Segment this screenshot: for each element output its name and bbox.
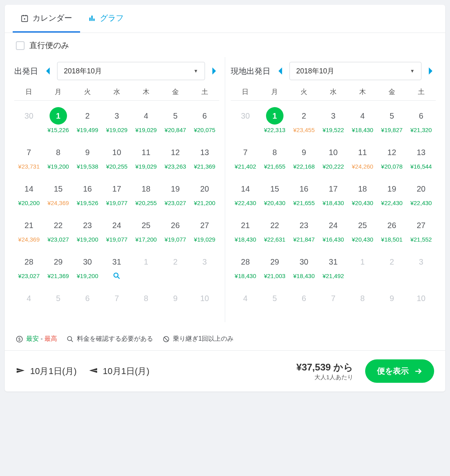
calendar-day[interactable]: 28¥23,027: [14, 249, 44, 286]
calendar-day[interactable]: 13¥16,544: [406, 140, 436, 176]
day-number: 27: [412, 217, 430, 234]
calendar-day: 7: [102, 286, 132, 322]
calendar-day[interactable]: 11¥24,260: [348, 140, 377, 176]
calendar-day[interactable]: 22¥23,027: [44, 213, 73, 249]
return-grid: 301¥22,3132¥23,4553¥19,5224¥18,4305¥19,8…: [231, 103, 436, 322]
calendar-day[interactable]: 17¥19,077: [102, 176, 132, 213]
calendar-day[interactable]: 31¥21,492: [319, 249, 348, 286]
calendar-day[interactable]: 24¥19,077: [102, 213, 132, 249]
day-price: ¥16,544: [407, 163, 435, 171]
calendar-day[interactable]: 16¥21,655: [289, 176, 319, 213]
calendar-day[interactable]: 19¥23,027: [161, 176, 190, 213]
departure-prev-month[interactable]: [43, 65, 54, 77]
calendar-day[interactable]: 8¥21,655: [260, 140, 289, 176]
day-number: 11: [354, 144, 371, 161]
calendar-day[interactable]: 18¥20,255: [131, 176, 161, 213]
calendar-day[interactable]: 21¥24,369: [14, 213, 44, 249]
calendar-day[interactable]: 2¥23,455: [289, 103, 319, 140]
calendar-day[interactable]: 5¥19,827: [377, 103, 406, 140]
checkbox-box: [16, 41, 25, 50]
calendar-day[interactable]: 20¥22,430: [406, 176, 436, 213]
footer-bar: 10月1日(月) 10月1日(月) ¥37,539 から 大人1人あたり 便を表…: [5, 351, 445, 392]
calendar-day[interactable]: 9¥19,538: [73, 140, 102, 176]
calendar-day[interactable]: 27¥19,029: [190, 213, 219, 249]
return-month-select[interactable]: 2018年10月 ▼: [289, 62, 421, 80]
calendar-day[interactable]: 19¥22,430: [377, 176, 406, 213]
calendar-day[interactable]: 25¥20,430: [348, 213, 377, 249]
calendar-day[interactable]: 4¥19,029: [131, 103, 161, 140]
day-price: ¥19,827: [378, 126, 406, 134]
calendar-day[interactable]: 15¥24,369: [44, 176, 73, 213]
calendar-day[interactable]: 10¥20,222: [319, 140, 348, 176]
calendar-day[interactable]: 30¥19,200: [73, 249, 102, 286]
calendar-day[interactable]: 14¥20,200: [14, 176, 44, 213]
calendar-day[interactable]: 11¥19,029: [131, 140, 161, 176]
calendar-day[interactable]: 6¥20,075: [190, 103, 219, 140]
day-price: ¥21,552: [407, 236, 435, 244]
day-number: 3: [196, 253, 213, 271]
calendar-day[interactable]: 7¥23,731: [14, 140, 44, 176]
calendar-day[interactable]: 24¥16,430: [319, 213, 348, 249]
day-price: ¥21,200: [191, 199, 218, 207]
calendar-day[interactable]: 5¥20,847: [161, 103, 190, 140]
calendar-day[interactable]: 14¥22,430: [231, 176, 260, 213]
day-number: 9: [383, 290, 400, 307]
calendar-day[interactable]: 1¥22,313: [260, 103, 289, 140]
calendar-day[interactable]: 13¥21,369: [190, 140, 219, 176]
day-number: 9: [295, 144, 313, 161]
calendar-day[interactable]: 15¥20,430: [260, 176, 289, 213]
calendar-day[interactable]: 23¥21,847: [289, 213, 319, 249]
calendar-day[interactable]: 17¥18,430: [319, 176, 348, 213]
calendar-day[interactable]: 22¥22,631: [260, 213, 289, 249]
calendar-day[interactable]: 28¥18,430: [231, 249, 260, 286]
day-number: 28: [237, 253, 254, 271]
calendar-day[interactable]: 2¥19,499: [73, 103, 102, 140]
direct-only-checkbox[interactable]: 直行便のみ: [16, 40, 434, 51]
day-price: ¥23,731: [15, 163, 43, 171]
calendar-day[interactable]: 23¥19,200: [73, 213, 102, 249]
calendar-day[interactable]: 31: [102, 249, 132, 286]
tab-calendar[interactable]: カレンダー: [13, 5, 80, 33]
return-prev-month[interactable]: [275, 65, 286, 77]
calendar-day[interactable]: 18¥20,430: [348, 176, 377, 213]
day-number: 21: [20, 217, 38, 234]
calendar-day[interactable]: 29¥21,003: [260, 249, 289, 286]
calendar-day[interactable]: 8¥19,200: [44, 140, 73, 176]
calendar-day[interactable]: 4¥18,430: [348, 103, 377, 140]
day-price: ¥19,077: [103, 199, 131, 207]
calendar-day[interactable]: 3¥19,029: [102, 103, 132, 140]
day-number: 23: [295, 217, 313, 234]
calendar-day[interactable]: 10¥20,255: [102, 140, 132, 176]
calendar-day[interactable]: 1¥15,226: [44, 103, 73, 140]
calendar-day[interactable]: 6¥21,320: [406, 103, 436, 140]
calendar-day[interactable]: 3¥19,522: [319, 103, 348, 140]
day-number: 22: [50, 217, 67, 234]
tab-graph[interactable]: グラフ: [80, 5, 132, 33]
calendar-day[interactable]: 9¥22,168: [289, 140, 319, 176]
calendar-day[interactable]: 7¥21,402: [231, 140, 260, 176]
calendar-day[interactable]: 27¥21,552: [406, 213, 436, 249]
calendar-day[interactable]: 25¥17,200: [131, 213, 161, 249]
calendar-day[interactable]: 20¥21,200: [190, 176, 219, 213]
calendar-day[interactable]: 12¥23,263: [161, 140, 190, 176]
day-price: ¥20,430: [261, 199, 289, 207]
total-price: ¥37,539 から: [297, 361, 353, 374]
calendar-day[interactable]: 26¥18,501: [377, 213, 406, 249]
departure-next-month[interactable]: [208, 65, 219, 77]
calendar-day[interactable]: 16¥19,526: [73, 176, 102, 213]
calendar-day[interactable]: 29¥21,369: [44, 249, 73, 286]
calendar-day[interactable]: 26¥19,077: [161, 213, 190, 249]
day-number: 20: [196, 180, 213, 198]
chevron-down-icon: ▼: [193, 68, 198, 74]
calendar-day[interactable]: 30¥18,430: [289, 249, 319, 286]
weekday-header: 日: [14, 87, 44, 96]
departure-month-select[interactable]: 2018年10月 ▼: [57, 62, 205, 80]
return-next-month[interactable]: [425, 65, 436, 77]
calendar-day[interactable]: 12¥20,078: [377, 140, 406, 176]
day-price: ¥22,631: [261, 236, 289, 244]
show-flights-button[interactable]: 便を表示: [365, 359, 434, 383]
currency-icon: $: [16, 336, 23, 343]
day-number: 25: [354, 217, 371, 234]
svg-rect-5: [91, 15, 92, 21]
calendar-day[interactable]: 21¥18,430: [231, 213, 260, 249]
